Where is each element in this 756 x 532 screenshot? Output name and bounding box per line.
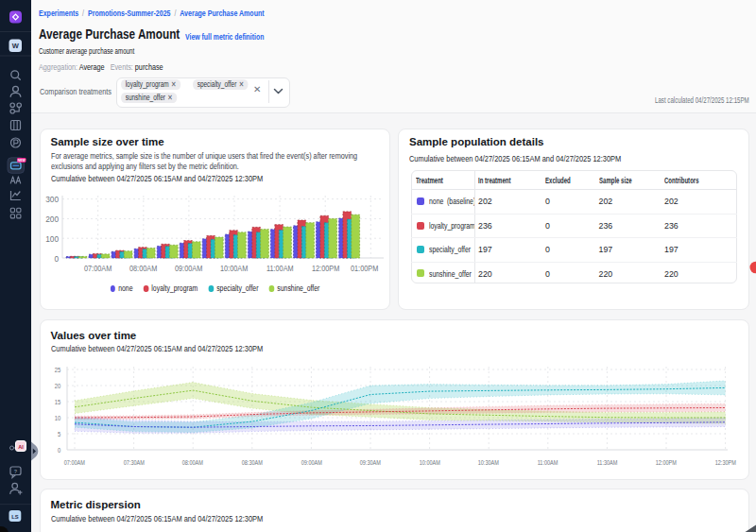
svg-text:LS: LS xyxy=(11,514,19,520)
svg-text:W: W xyxy=(12,42,20,50)
svg-text:NEW: NEW xyxy=(18,159,26,163)
svg-text:AI: AI xyxy=(18,444,24,450)
svg-text:?: ? xyxy=(14,469,18,474)
